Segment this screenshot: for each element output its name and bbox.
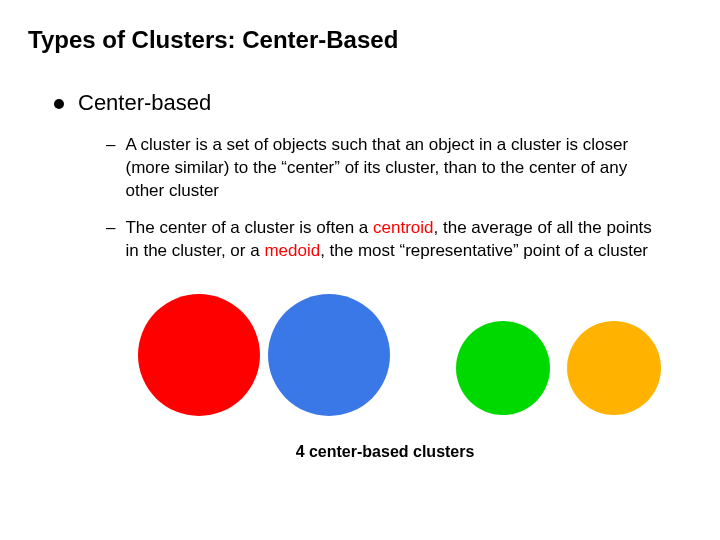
- cluster-diagram: [138, 289, 658, 429]
- red-cluster-icon: [138, 294, 260, 416]
- main-bullet-text: Center-based: [78, 90, 211, 116]
- main-bullet: Center-based: [54, 90, 692, 116]
- sub-bullet-2-text: The center of a cluster is often a centr…: [125, 217, 662, 263]
- green-cluster-icon: [456, 321, 550, 415]
- slide-title: Types of Clusters: Center-Based: [28, 26, 692, 54]
- sub-bullet-1: – A cluster is a set of objects such tha…: [106, 134, 662, 203]
- dash-icon: –: [106, 134, 115, 157]
- diagram-caption: 4 center-based clusters: [78, 443, 692, 461]
- bullet-icon: [54, 99, 64, 109]
- blue-cluster-icon: [268, 294, 390, 416]
- keyword-centroid: centroid: [373, 218, 433, 237]
- orange-cluster-icon: [567, 321, 661, 415]
- keyword-medoid: medoid: [264, 241, 320, 260]
- sub-bullet-2: – The center of a cluster is often a cen…: [106, 217, 662, 263]
- dash-icon: –: [106, 217, 115, 240]
- sub-bullet-1-text: A cluster is a set of objects such that …: [125, 134, 662, 203]
